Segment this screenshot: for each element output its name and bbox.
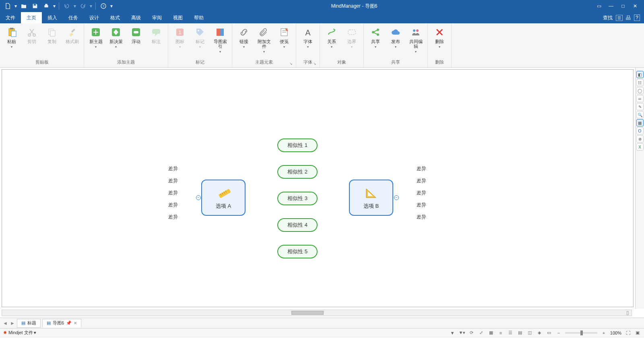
- open-button[interactable]: [19, 1, 29, 11]
- hscroll-split-icon[interactable]: ▯: [624, 310, 631, 316]
- ribbon-min-icon[interactable]: ▭: [595, 3, 603, 9]
- canvas[interactable]: 选项 A − 选项 B − 相似性 1 相似性 2 相似性 3 相似性 4 相似…: [2, 69, 634, 307]
- new-doc-button[interactable]: [2, 1, 13, 11]
- ribbon-btn-粘贴[interactable]: 粘贴▾: [2, 25, 21, 50]
- redo-dropdown[interactable]: ▾: [89, 1, 93, 11]
- panel-icon-search[interactable]: 🔍: [636, 111, 644, 118]
- menu-tab-文件[interactable]: 文件: [0, 12, 21, 23]
- zoom-out-icon[interactable]: −: [555, 330, 562, 336]
- close-icon[interactable]: ✕: [631, 3, 639, 9]
- ribbon-btn-删除[interactable]: 删除▾: [430, 25, 449, 50]
- view-map-icon[interactable]: ▦: [488, 330, 494, 336]
- collapse-toggle-b[interactable]: −: [394, 195, 399, 200]
- zoom-in-icon[interactable]: +: [601, 330, 607, 336]
- ribbon-btn-字体[interactable]: A字体▾: [299, 25, 317, 50]
- zoom-slider[interactable]: [565, 332, 597, 334]
- filter2-icon[interactable]: ▼▾: [459, 330, 465, 336]
- panel-icon-taskpane[interactable]: ▦: [636, 119, 644, 126]
- panel-icon-outlook[interactable]: O: [636, 127, 644, 134]
- panel-icon-excel[interactable]: X: [636, 143, 644, 151]
- node-diff[interactable]: 差异: [163, 201, 183, 209]
- node-diff[interactable]: 差异: [411, 213, 431, 221]
- help-dropdown[interactable]: ▾: [109, 1, 114, 11]
- close-tab-icon[interactable]: ✕: [74, 321, 77, 325]
- zoom-level[interactable]: 100%: [610, 331, 621, 335]
- node-diff[interactable]: 差异: [411, 201, 431, 209]
- view-icon-icon[interactable]: ◫: [526, 330, 533, 336]
- ribbon-btn-浮动[interactable]: 浮动: [127, 25, 145, 45]
- panel-toggle-icon[interactable]: ☰: [616, 15, 623, 21]
- ribbon-btn-关系[interactable]: 关系▾: [322, 25, 341, 50]
- ribbon-btn-新主题[interactable]: 新主题▾: [87, 25, 105, 50]
- refresh-icon[interactable]: ⟳: [469, 330, 475, 336]
- panel-icon-comments[interactable]: ✎: [636, 103, 644, 110]
- node-similarity[interactable]: 相似性 5: [277, 245, 318, 258]
- sitemap-icon[interactable]: 品: [626, 14, 631, 21]
- dialog-launcher-icon[interactable]: ↘: [289, 62, 293, 66]
- tab-nav-prev[interactable]: ◄: [2, 320, 8, 326]
- fullscreen-icon[interactable]: ▣: [634, 330, 641, 336]
- doc-tab[interactable]: ▤ 导图6 📌 ✕: [42, 319, 81, 328]
- tab-nav-next[interactable]: ►: [10, 320, 15, 326]
- ribbon-btn-新决策[interactable]: 新决策▾: [107, 25, 125, 50]
- filter-icon[interactable]: ▼: [449, 330, 456, 336]
- help-icon[interactable]: ?: [634, 14, 640, 21]
- view-tag-icon[interactable]: ◈: [536, 330, 543, 336]
- node-diff[interactable]: 差异: [411, 165, 431, 173]
- node-diff[interactable]: 差异: [411, 177, 431, 185]
- menu-tab-视图[interactable]: 视图: [167, 12, 188, 23]
- ribbon-btn-导图索引[interactable]: 导图索引▾: [211, 25, 229, 55]
- node-option-b[interactable]: 选项 B: [349, 180, 393, 216]
- menu-tab-主页[interactable]: 主页: [21, 12, 42, 23]
- print-button[interactable]: [41, 1, 52, 11]
- undo-button[interactable]: [62, 1, 72, 11]
- panel-icon-user[interactable]: ◯: [636, 87, 644, 94]
- panel-icon-calendar[interactable]: ☷: [636, 79, 644, 86]
- ribbon-btn-链接[interactable]: 链接▾: [235, 25, 253, 50]
- menu-tab-插入[interactable]: 插入: [42, 12, 63, 23]
- panel-icon-share[interactable]: ∞: [636, 95, 644, 102]
- help-qat-button[interactable]: ?: [98, 1, 109, 11]
- node-option-a[interactable]: 选项 A: [201, 180, 246, 216]
- panel-icon-mymaps[interactable]: ◧: [636, 71, 644, 78]
- maximize-icon[interactable]: □: [619, 3, 627, 9]
- view-schedule-icon[interactable]: ▤: [517, 330, 523, 336]
- view-outline-icon[interactable]: ≡: [497, 330, 504, 336]
- dialog-launcher-icon[interactable]: ↘: [313, 62, 316, 66]
- node-similarity[interactable]: 相似性 3: [277, 192, 318, 205]
- search-link[interactable]: 查找: [603, 14, 613, 21]
- node-diff[interactable]: 差异: [163, 165, 183, 173]
- menu-tab-设计[interactable]: 设计: [84, 12, 105, 23]
- expand-icon[interactable]: ⤢: [478, 330, 485, 336]
- undo-dropdown[interactable]: ▾: [73, 1, 77, 11]
- ribbon-btn-附加文件[interactable]: 附加文件▾: [255, 25, 273, 55]
- print-dropdown[interactable]: ▾: [52, 1, 56, 11]
- collapse-toggle-a[interactable]: −: [196, 195, 201, 200]
- view-presentation-icon[interactable]: ▭: [546, 330, 552, 336]
- ribbon-btn-共享[interactable]: 共享▾: [366, 25, 385, 50]
- scroll-thumb[interactable]: [291, 311, 324, 315]
- menu-tab-审阅[interactable]: 审阅: [147, 12, 167, 23]
- status-file-label[interactable]: Mindjet 文件: [8, 330, 33, 336]
- ribbon-btn-共同编辑[interactable]: 共同编辑▾: [407, 25, 425, 55]
- menu-tab-高级[interactable]: 高级: [126, 12, 147, 23]
- node-similarity[interactable]: 相似性 1: [277, 138, 318, 152]
- node-similarity[interactable]: 相似性 4: [277, 218, 318, 232]
- minimize-icon[interactable]: —: [607, 3, 615, 9]
- menu-tab-帮助[interactable]: 帮助: [188, 12, 209, 23]
- fit-icon[interactable]: ⛶: [625, 330, 631, 336]
- ribbon-btn-便笺[interactable]: 便笺▾: [275, 25, 293, 50]
- node-similarity[interactable]: 相似性 2: [277, 165, 318, 179]
- doc-tab[interactable]: ▤ 标题: [17, 319, 41, 328]
- redo-button[interactable]: [78, 1, 88, 11]
- node-diff[interactable]: 差异: [163, 189, 183, 197]
- node-diff[interactable]: 差异: [163, 177, 183, 185]
- save-button[interactable]: [30, 1, 40, 11]
- menu-tab-格式[interactable]: 格式: [105, 12, 126, 23]
- node-diff[interactable]: 差异: [163, 213, 183, 221]
- view-gantt-icon[interactable]: ☰: [507, 330, 514, 336]
- menu-tab-任务[interactable]: 任务: [63, 12, 84, 23]
- horizontal-scrollbar[interactable]: ▯: [2, 310, 632, 316]
- qat-dropdown[interactable]: ▾: [14, 1, 18, 11]
- ribbon-btn-发布[interactable]: 发布▾: [386, 25, 405, 50]
